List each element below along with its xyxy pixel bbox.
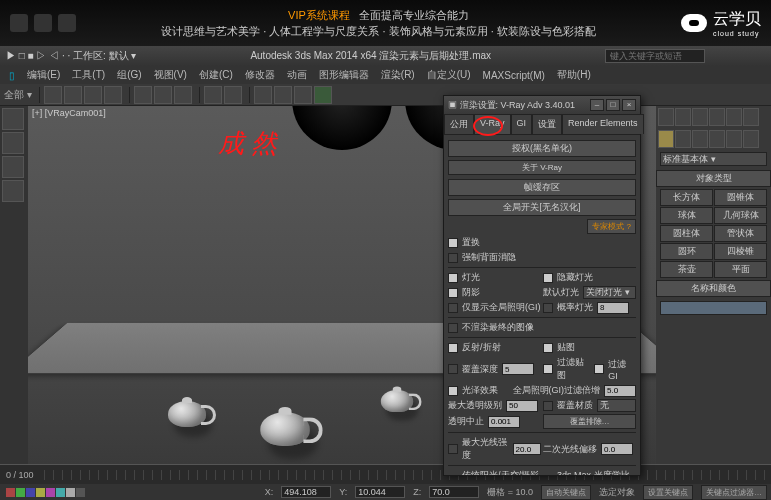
obj-tube-button[interactable]: 管状体 [714,225,767,242]
timeline-track[interactable] [44,470,767,480]
override-exclude-button[interactable]: 覆盖排除… [543,414,636,429]
show-gi-checkbox[interactable] [448,303,458,313]
dialog-titlebar[interactable]: ▣ 渲染设置: V-Ray Adv 3.40.01 – □ × [444,96,640,114]
helper-cat-icon[interactable] [726,130,742,148]
menu-create[interactable]: 创建(C) [194,66,238,84]
filter-gi-checkbox[interactable] [594,364,604,374]
transp-cutoff-spinner[interactable]: 0.001 [488,416,520,428]
timeline[interactable]: 0 / 100 [0,464,771,484]
lights-checkbox[interactable] [448,273,458,283]
menu-modifier[interactable]: 修改器 [240,66,280,84]
tab-settings[interactable]: 设置 [532,114,562,134]
help-search-input[interactable] [605,49,705,63]
filter-maps-checkbox[interactable] [543,364,553,374]
menu-help[interactable]: 帮助(H) [552,66,596,84]
snap-percent-icon[interactable] [174,86,192,104]
obj-box-button[interactable]: 长方体 [660,189,713,206]
camera-cat-icon[interactable] [709,130,725,148]
maximize-icon[interactable]: □ [606,99,620,111]
obj-sphere-button[interactable]: 球体 [660,207,713,224]
close-icon[interactable]: × [622,99,636,111]
shadows-checkbox[interactable] [448,288,458,298]
render-frame-icon[interactable] [294,86,312,104]
qat[interactable]: ▶ □ ■ ▷ ◁ · · 工作区: 默认 ▾ [6,49,136,63]
color-swatches[interactable] [4,486,87,499]
align-tool-icon[interactable] [224,86,242,104]
autokey-button[interactable]: 自动关键点 [541,485,591,500]
rotate-tool-icon[interactable] [84,86,102,104]
minimize-icon[interactable]: – [590,99,604,111]
no-render-final-checkbox[interactable] [448,323,458,333]
override-mtl-slot[interactable]: 无 [597,399,636,412]
keyfilter-button[interactable]: 关键点过滤器… [701,485,767,500]
obj-cylinder-button[interactable]: 圆柱体 [660,225,713,242]
hierarchy-tab-icon[interactable] [692,108,708,126]
menu-tools[interactable]: 工具(T) [67,66,110,84]
move-tool-icon[interactable] [64,86,82,104]
max-ray-checkbox[interactable] [448,444,458,454]
force-backface-checkbox[interactable] [448,253,458,263]
menu-custom[interactable]: 自定义(U) [422,66,476,84]
frame-buffer-rollout[interactable]: 帧缓存区 [448,179,636,196]
about-vray-button[interactable]: 关于 V-Ray [448,160,636,175]
global-switches-rollout[interactable]: 全局开关[无名汉化] [448,199,636,216]
gi-filter-mult-spinner[interactable]: 5.0 [604,385,636,397]
obj-plane-button[interactable]: 平面 [714,261,767,278]
default-lights-dropdown[interactable]: 关闭灯光 ▾ [583,286,636,299]
menu-edit[interactable]: 编辑(E) [22,66,65,84]
main-menubar[interactable]: ▯ 编辑(E) 工具(T) 组(G) 视图(V) 创建(C) 修改器 动画 图形… [0,66,771,84]
tab-common[interactable]: 公用 [444,114,474,134]
scale-tool-icon[interactable] [104,86,122,104]
obj-torus-button[interactable]: 圆环 [660,243,713,260]
snap-angle-icon[interactable] [154,86,172,104]
render-setup-icon[interactable] [274,86,292,104]
geom-cat-icon[interactable] [658,130,674,148]
utilities-tab-icon[interactable] [743,108,759,126]
menu-graph[interactable]: 图形编辑器 [314,66,374,84]
obj-geosphere-button[interactable]: 几何球体 [714,207,767,224]
obj-cone-button[interactable]: 圆锥体 [714,189,767,206]
select-tool-icon[interactable] [44,86,62,104]
material-editor-icon[interactable] [254,86,272,104]
mirror-tool-icon[interactable] [204,86,222,104]
viewport-label[interactable]: [+] [VRayCam001] [32,108,106,118]
obj-pyramid-button[interactable]: 四棱锥 [714,243,767,260]
app-menu-icon[interactable]: ▯ [4,68,20,83]
max-transp-spinner[interactable]: 50 [506,400,538,412]
max-ray-spinner[interactable]: 20.0 [513,443,541,455]
displacement-checkbox[interactable] [448,238,458,248]
render-settings-dialog[interactable]: ▣ 渲染设置: V-Ray Adv 3.40.01 – □ × 公用 V-Ray… [443,95,641,476]
maps-checkbox[interactable] [543,343,553,353]
modify-tab-icon[interactable] [675,108,691,126]
tab-gi[interactable]: GI [511,114,533,134]
render-icon[interactable] [314,86,332,104]
z-coord-input[interactable] [429,486,479,498]
menu-view[interactable]: 视图(V) [149,66,192,84]
reflect-checkbox[interactable] [448,343,458,353]
tab-vray[interactable]: V-Ray [474,114,511,134]
snap-tool-icon[interactable] [134,86,152,104]
menu-maxscript[interactable]: MAXScript(M) [478,68,550,83]
y-coord-input[interactable] [355,486,405,498]
create-tab-icon[interactable] [658,108,674,126]
category-dropdown[interactable]: 标准基本体 ▾ [660,152,767,166]
x-coord-input[interactable] [281,486,331,498]
tab-render-elements[interactable]: Render Elements [562,114,644,134]
hidden-lights-checkbox[interactable] [543,273,553,283]
light-cat-icon[interactable] [692,130,708,148]
ltool-icon[interactable] [2,156,24,178]
name-color-rollout[interactable]: 名称和颜色 [656,280,771,297]
menu-animation[interactable]: 动画 [282,66,312,84]
obj-teapot-button[interactable]: 茶壶 [660,261,713,278]
about-rollout[interactable]: 授权(黑名单化) [448,140,636,157]
override-mtl-checkbox[interactable] [543,401,553,411]
ltool-icon[interactable] [2,180,24,202]
secondary-bias-spinner[interactable]: 0.0 [601,443,633,455]
glossy-checkbox[interactable] [448,386,458,396]
setkey-button[interactable]: 设置关键点 [643,485,693,500]
override-depth-checkbox[interactable] [448,364,458,374]
shape-cat-icon[interactable] [675,130,691,148]
menu-group[interactable]: 组(G) [112,66,146,84]
menu-render[interactable]: 渲染(R) [376,66,420,84]
object-type-rollout[interactable]: 对象类型 [656,170,771,187]
